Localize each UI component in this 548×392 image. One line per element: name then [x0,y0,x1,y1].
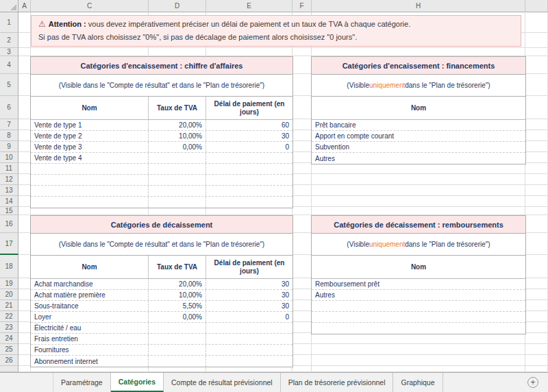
grid-cell[interactable] [18,174,31,185]
grid-cell[interactable] [292,311,312,322]
sheet-tab-0[interactable]: Paramétrage [53,373,111,392]
grid-cell[interactable] [18,119,31,130]
grid-cell[interactable] [292,355,312,366]
select-all-button[interactable] [0,0,18,12]
grid-cell[interactable] [312,344,525,355]
grid-cell[interactable] [18,196,31,207]
column-header-D[interactable]: D [149,0,206,12]
grid-cell[interactable] [292,174,312,185]
row-header-6[interactable]: 6 [0,96,18,119]
grid-cell[interactable] [18,141,31,152]
grid-cell[interactable] [312,355,525,366]
cell[interactable]: Abonnement internet [31,356,149,367]
grid-cell[interactable] [525,333,548,344]
grid-cell[interactable] [18,48,31,56]
grid-cell[interactable] [18,207,31,215]
grid-cell[interactable] [312,48,525,56]
table-title[interactable]: Catégories de décaissement : rembourseme… [312,216,525,234]
cell[interactable]: Vente de type 3 [31,142,149,152]
grid-cell[interactable] [525,152,548,163]
row-header-16[interactable]: 16 [0,215,18,233]
grid-cell[interactable] [292,56,312,74]
column-header-F[interactable]: F [292,0,312,12]
cell[interactable] [206,175,292,185]
cell[interactable] [149,164,206,174]
cell[interactable] [206,323,292,333]
row-header-17[interactable]: 17 [0,233,18,255]
cell[interactable]: 20,00% [149,120,206,130]
cell[interactable]: Achat matière première [31,290,149,300]
grid-cell[interactable] [525,196,548,207]
column-header-C[interactable]: C [31,0,149,12]
row-header-23[interactable]: 23 [0,322,18,333]
cell[interactable] [206,153,292,163]
column-header-cell[interactable]: Délai de paiement (en jours) [206,256,292,278]
grid-cell[interactable] [18,12,31,33]
grid-cell[interactable] [525,163,548,174]
cell[interactable]: Subvention [312,142,525,152]
cell[interactable]: 0 [206,142,292,152]
grid-cell[interactable] [292,255,312,278]
cell[interactable] [206,197,292,208]
grid-cell[interactable] [292,207,312,215]
cell[interactable]: 20,00% [149,279,206,289]
column-header-cell[interactable]: Nom [31,97,149,119]
cell[interactable] [149,345,206,355]
grid-cell[interactable] [312,333,525,344]
cell[interactable]: 0,00% [149,312,206,322]
grid-cell[interactable] [292,289,312,300]
table-title[interactable]: Catégories de décaissement [31,216,292,234]
grid-cell[interactable] [18,322,31,333]
row-header-21[interactable]: 21 [0,300,18,311]
row-header-8[interactable]: 8 [0,130,18,141]
row-header-12[interactable]: 12 [0,174,18,185]
grid-cell[interactable] [18,366,31,372]
grid-cell[interactable] [292,96,312,119]
cell[interactable]: Achat marchandise [31,279,149,289]
grid-cell[interactable] [525,174,548,185]
row-header-20[interactable]: 20 [0,289,18,300]
cell[interactable]: Sous-traitance [31,301,149,311]
cell[interactable]: Autres [312,290,525,300]
cell[interactable]: 60 [206,120,292,130]
cell[interactable] [312,323,525,334]
grid-cell[interactable] [206,48,292,56]
grid-cell[interactable] [292,366,312,372]
grid-cell[interactable] [18,185,31,196]
grid-cell[interactable] [292,130,312,141]
grid-cell[interactable] [18,130,31,141]
cell[interactable] [312,312,525,322]
column-header-partial[interactable] [525,0,548,12]
grid-cell[interactable] [292,322,312,333]
grid-cell[interactable] [18,311,31,322]
grid-cell[interactable] [525,207,548,215]
cell[interactable] [149,334,206,344]
grid-cell[interactable] [149,48,206,56]
cell[interactable] [31,186,149,196]
row-header-19[interactable]: 19 [0,278,18,289]
cell[interactable] [206,345,292,355]
grid-cell[interactable] [18,163,31,174]
row-header-7[interactable]: 7 [0,119,18,130]
grid-cell[interactable] [18,333,31,344]
grid-cell[interactable] [525,255,548,278]
cell[interactable]: 30 [206,131,292,141]
column-header-cell[interactable]: Nom [312,97,525,119]
grid-cell[interactable] [525,311,548,322]
grid-cell[interactable] [292,152,312,163]
grid-cell[interactable] [525,56,548,74]
grid-cell[interactable] [18,355,31,366]
row-header-14[interactable]: 14 [0,196,18,207]
grid-cell[interactable] [292,163,312,174]
grid-cell[interactable] [18,278,31,289]
grid-cell[interactable] [525,289,548,300]
row-header-4[interactable]: 4 [0,56,18,74]
table-subtitle[interactable]: (Visible uniquement dans le "Plan de tré… [312,75,525,97]
cell[interactable]: 0,00% [149,142,206,152]
column-header-cell[interactable]: Taux de TVA [149,97,206,119]
grid-cell[interactable] [525,278,548,289]
column-header-cell[interactable]: Nom [312,256,525,278]
grid-cell[interactable] [292,215,312,233]
column-header-A[interactable]: A [18,0,31,12]
cell[interactable]: Autres [312,153,525,164]
